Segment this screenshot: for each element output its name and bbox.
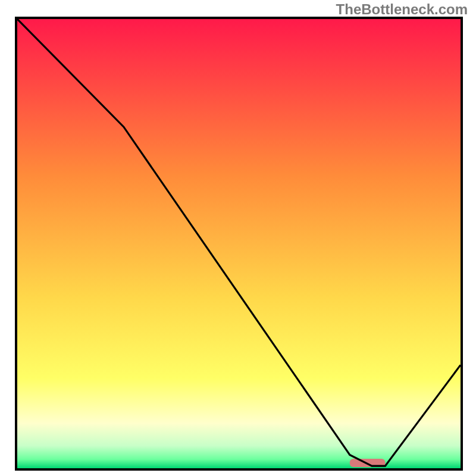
watermark-text: TheBottleneck.com xyxy=(336,1,468,18)
chart-container: TheBottleneck.com xyxy=(0,0,476,476)
chart-frame xyxy=(15,17,463,471)
chart-svg xyxy=(17,19,461,468)
